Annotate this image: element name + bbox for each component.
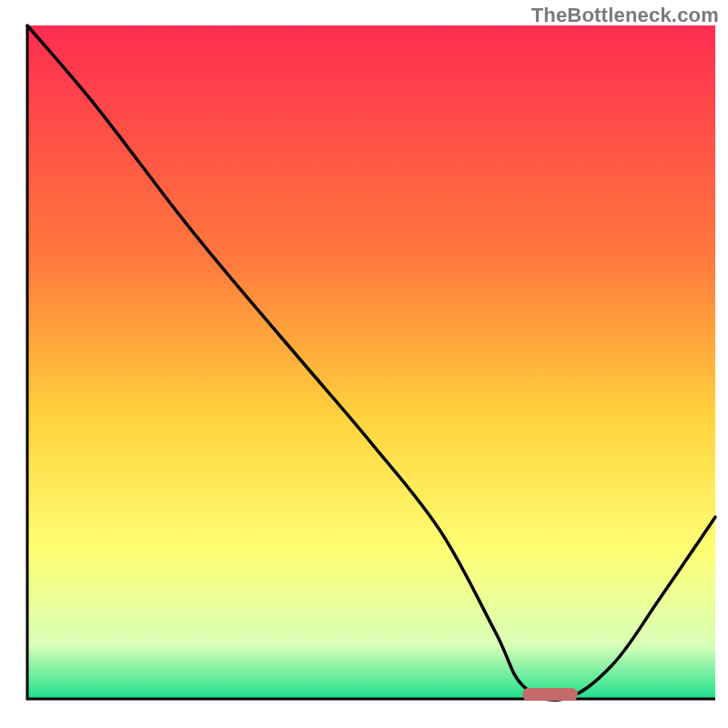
watermark-text: TheBottleneck.com — [531, 4, 719, 27]
plot-background — [27, 25, 715, 699]
bottleneck-chart — [0, 0, 728, 728]
chart-container: TheBottleneck.com — [0, 0, 728, 728]
optimal-marker — [522, 688, 577, 701]
